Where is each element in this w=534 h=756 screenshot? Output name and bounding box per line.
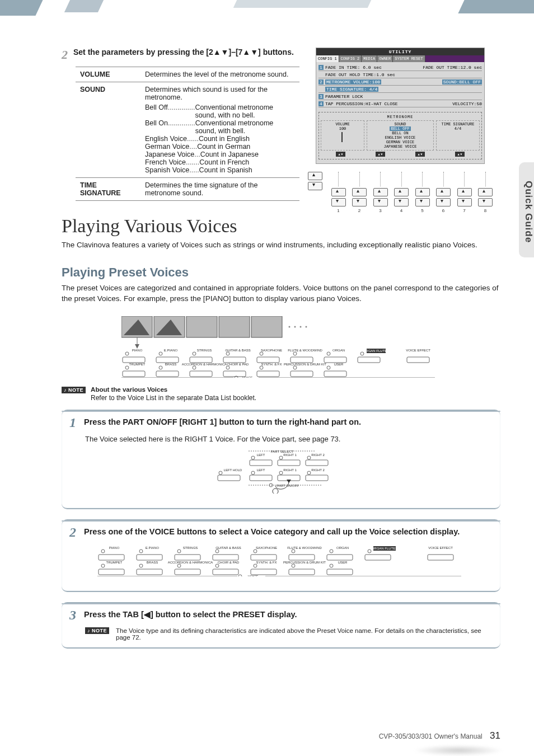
utility-tab-systemreset: SYSTEM RESET xyxy=(393,55,425,62)
svg-rect-4 xyxy=(251,316,282,337)
hw-btn-2-up[interactable] xyxy=(352,188,367,196)
svg-point-49 xyxy=(226,366,229,369)
svg-text:E.PIANO: E.PIANO xyxy=(146,546,160,550)
hw-btn-6-up[interactable] xyxy=(436,188,451,196)
sound-french-val: Count in French xyxy=(199,158,249,166)
utility-tab-config2: CONFIG 2 xyxy=(339,55,362,62)
footer-page-number: 31 xyxy=(490,730,500,741)
svg-point-116 xyxy=(101,564,105,567)
section-body: The Clavinova features a variety of Voic… xyxy=(62,240,500,251)
svg-rect-84 xyxy=(306,475,328,481)
svg-text:PIANO: PIANO xyxy=(109,546,120,550)
param-desc-sound: Determines which sound is used for the m… xyxy=(140,82,299,178)
note-tag-icon-2: ♪ NOTE xyxy=(85,627,109,634)
hw-btn-7-up[interactable] xyxy=(457,188,472,196)
subsection-title: Playing Preset Voices xyxy=(62,265,500,280)
page-footer: CVP-305/303/301 Owner's Manual 31 xyxy=(379,730,500,741)
svg-marker-12 xyxy=(135,344,139,349)
svg-rect-111 xyxy=(365,555,391,560)
svg-text:FLUTE & WOODWIND: FLUTE & WOODWIND xyxy=(288,349,322,352)
svg-point-75 xyxy=(251,471,255,475)
svg-rect-41 xyxy=(123,371,145,377)
utility-tap: TAP PERCUSSION:HI-HAT CLOSE xyxy=(325,101,398,106)
svg-rect-47 xyxy=(190,371,212,377)
voice-row-2: TRUMPET BRASS ACCORDION & HARMONICA CHOI… xyxy=(123,363,346,377)
svg-text:CHOIR & PAD: CHOIR & PAD xyxy=(227,363,249,366)
hw-btn-5-dn[interactable] xyxy=(415,198,430,206)
svg-point-125 xyxy=(216,564,219,567)
hw-btn-5-up[interactable] xyxy=(415,188,430,196)
svg-rect-102 xyxy=(251,555,277,560)
svg-rect-17 xyxy=(156,357,179,363)
svg-rect-53 xyxy=(257,371,279,377)
voice-panel-illustration: PIANO E.PIANO STRINGS GUITAR & BASS SAXO… xyxy=(121,316,441,378)
svg-rect-132 xyxy=(289,569,315,575)
svg-point-122 xyxy=(177,564,181,567)
hw-btn-4-up[interactable] xyxy=(394,188,409,196)
svg-text:LEFT: LEFT xyxy=(257,453,265,457)
svg-text:PIANO: PIANO xyxy=(132,349,143,352)
hw-arrow-down[interactable] xyxy=(308,182,322,190)
sound-bellon-key: Bell On xyxy=(145,119,168,135)
svg-point-110 xyxy=(368,550,371,553)
utility-fade-hold: FADE OUT HOLD TIME:1.0 sec xyxy=(325,72,395,77)
svg-point-52 xyxy=(260,366,263,369)
hw-btn-1-dn[interactable] xyxy=(331,198,346,206)
hw-btn-3-dn[interactable] xyxy=(373,198,388,206)
svg-point-101 xyxy=(254,550,257,553)
utility-paramlock: PARAMETER LOCK xyxy=(325,94,363,99)
svg-rect-96 xyxy=(175,555,200,560)
svg-rect-129 xyxy=(251,569,277,575)
metro-sound-opt3: GERMAN VOICE xyxy=(369,140,432,144)
svg-rect-72 xyxy=(306,460,328,466)
hw-btn-7-dn[interactable] xyxy=(457,198,472,206)
sound-german-key: German Voice xyxy=(145,143,189,151)
sound-belloff-val: Conventional metronome sound, with no be… xyxy=(195,104,295,119)
svg-text:BRASS: BRASS xyxy=(165,363,176,366)
procedure-step-2: 2 Press one of the VOICE buttons to sele… xyxy=(62,519,500,592)
svg-text:GUITAR & BASS: GUITAR & BASS xyxy=(216,546,241,550)
svg-rect-32 xyxy=(324,357,346,363)
param-desc-timesig: Determines the time signature of the met… xyxy=(140,178,299,201)
svg-point-137 xyxy=(238,575,242,576)
hw-btn-2-dn[interactable] xyxy=(352,198,367,206)
svg-text:ORGAN FLUTES: ORGAN FLUTES xyxy=(363,349,390,353)
svg-rect-14 xyxy=(123,357,145,363)
metro-vol-val: 100 xyxy=(323,126,362,131)
svg-point-13 xyxy=(125,352,129,355)
hw-btn-6-dn[interactable] xyxy=(436,198,451,206)
svg-text:E.PIANO: E.PIANO xyxy=(164,349,178,352)
svg-rect-117 xyxy=(99,569,124,575)
svg-text:USER: USER xyxy=(338,561,348,564)
svg-rect-108 xyxy=(327,555,353,560)
hw-btn-8-dn[interactable] xyxy=(478,198,493,206)
page-top-decoration xyxy=(0,0,534,28)
sound-english-val: Count in English xyxy=(199,135,250,143)
svg-rect-20 xyxy=(190,357,212,363)
svg-text:CHOIR & PAD: CHOIR & PAD xyxy=(218,561,240,564)
section-title: Playing Various Voices xyxy=(62,215,500,237)
svg-rect-38 xyxy=(407,357,429,363)
svg-text:SAXOPHONE: SAXOPHONE xyxy=(256,546,277,550)
svg-rect-81 xyxy=(218,475,240,481)
svg-rect-70 xyxy=(250,460,272,466)
hw-btn-label-4: 4 xyxy=(400,208,402,213)
metro-sound-label: SOUND xyxy=(369,122,432,126)
hw-btn-4-dn[interactable] xyxy=(394,198,409,206)
utility-tab-owner: OWNER xyxy=(377,55,393,62)
svg-rect-93 xyxy=(137,555,162,560)
svg-rect-3 xyxy=(219,316,250,337)
hw-btn-1-up[interactable] xyxy=(331,188,346,196)
svg-point-77 xyxy=(279,471,283,475)
hw-btn-3-up[interactable] xyxy=(373,188,388,196)
svg-point-64 xyxy=(251,456,255,459)
hw-arrow-up[interactable] xyxy=(308,172,322,180)
svg-point-98 xyxy=(216,550,219,553)
svg-rect-126 xyxy=(213,569,238,575)
hw-btn-label-3: 3 xyxy=(379,208,381,213)
svg-rect-90 xyxy=(99,555,124,560)
hw-btn-8-up[interactable] xyxy=(478,188,493,196)
proc3-num: 3 xyxy=(69,608,76,623)
svg-text:TRUMPET: TRUMPET xyxy=(106,561,123,564)
svg-point-46 xyxy=(193,366,196,369)
